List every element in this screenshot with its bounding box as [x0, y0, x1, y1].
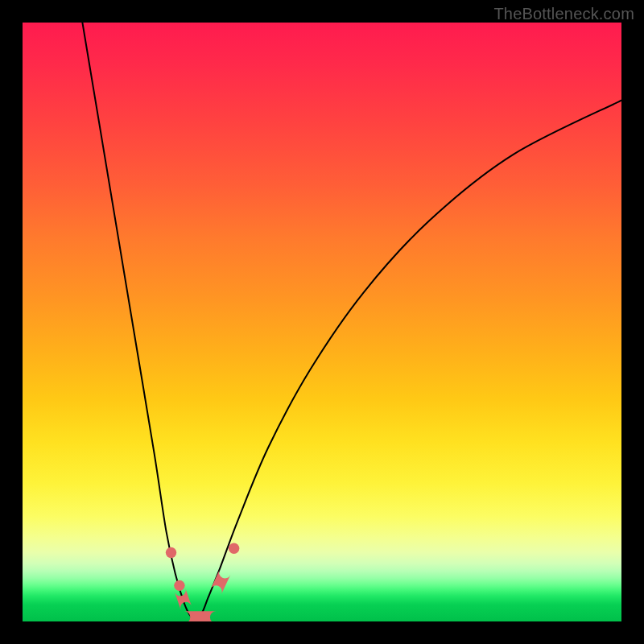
figure-frame: TheBottleneck.com: [0, 0, 644, 644]
curve-left-branch: [82, 23, 196, 620]
curve-right-branch: [196, 101, 621, 620]
marker-group: [166, 543, 240, 621]
chart-marker-pill: [211, 570, 231, 594]
chart-svg: [23, 23, 621, 621]
watermark-text: TheBottleneck.com: [493, 5, 634, 23]
chart-marker: [229, 543, 239, 554]
chart-marker: [166, 547, 176, 558]
curve-group: [82, 23, 621, 620]
plot-panel: [23, 23, 621, 621]
chart-marker-pill: [175, 588, 192, 609]
chart-marker: [174, 580, 184, 591]
chart-marker-pill: [184, 611, 216, 621]
